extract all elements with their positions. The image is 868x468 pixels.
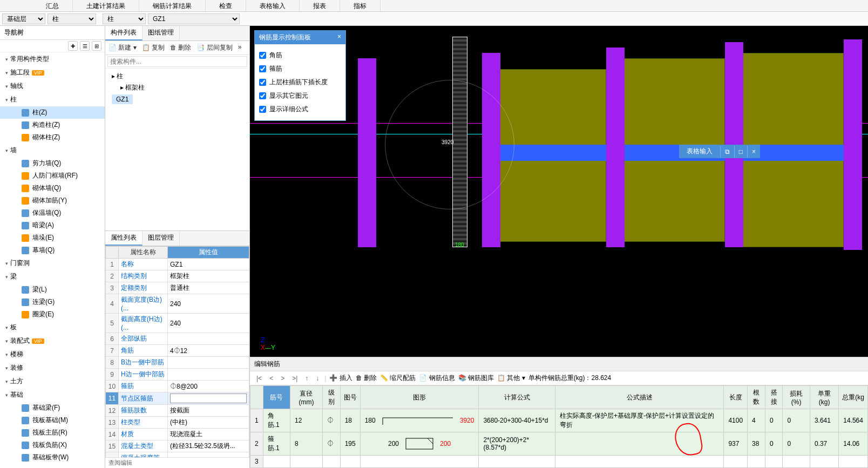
- rebar-row[interactable]: 2箍筋.18⏀1952002002*(200+200)+2*(8.57*d)93…: [250, 432, 868, 456]
- property-row[interactable]: 15混凝土类型(粒径31.5砼32.5级坍...: [106, 440, 249, 452]
- property-row[interactable]: 4截面宽度(B边)(...240: [106, 294, 249, 314]
- menu-table-input[interactable]: 表格输入: [246, 0, 300, 11]
- new-button[interactable]: 📄 新建 ▾: [109, 43, 137, 52]
- property-row[interactable]: 9H边一侧中部筋: [106, 369, 249, 381]
- delete-row-button[interactable]: 🗑 删除: [356, 374, 377, 383]
- nav-item[interactable]: 梁(L): [0, 283, 105, 296]
- search-input[interactable]: [107, 56, 247, 67]
- delete-button[interactable]: 🗑 删除: [170, 43, 191, 52]
- nav-group[interactable]: ▾轴线: [0, 79, 105, 93]
- tab-drawing-mgmt[interactable]: 图纸管理: [143, 26, 180, 40]
- tab-layer-mgmt[interactable]: 图层管理: [143, 231, 180, 246]
- nav-group[interactable]: ▾墙: [0, 144, 105, 157]
- nav-item[interactable]: 人防门框墙(RF): [0, 169, 105, 182]
- property-row[interactable]: 2结构类别框架柱: [106, 270, 249, 282]
- nav-group[interactable]: ▾门窗洞: [0, 256, 105, 270]
- copy-button[interactable]: 📋 复制: [142, 43, 165, 52]
- floor-select[interactable]: 基础层: [2, 13, 45, 24]
- tree-sub[interactable]: ▸ 框架柱: [110, 82, 245, 93]
- instance-select[interactable]: GZ1: [148, 13, 240, 24]
- nav-item[interactable]: 柱(Z): [0, 106, 105, 119]
- property-row[interactable]: 5截面高度(H边)(...240: [106, 314, 249, 333]
- nav-group[interactable]: ▾基础: [0, 388, 105, 402]
- up-icon[interactable]: ↑: [303, 375, 310, 382]
- nav-group[interactable]: ▾装修: [0, 361, 105, 375]
- expand-all-icon[interactable]: ✚: [68, 41, 78, 51]
- nav-item[interactable]: 砌体墙(Q): [0, 182, 105, 194]
- nav-item[interactable]: 砌体加筋(Y): [0, 194, 105, 207]
- property-row[interactable]: 7角筋4⏀12: [106, 345, 249, 357]
- down-icon[interactable]: ↓: [314, 375, 321, 382]
- property-row[interactable]: 13柱类型(中柱): [106, 417, 249, 429]
- type-select[interactable]: 柱: [103, 13, 146, 24]
- nav-item[interactable]: 构造柱(Z): [0, 119, 105, 131]
- other-button[interactable]: 📋 其他 ▾: [497, 374, 525, 383]
- rebar-lib-button[interactable]: 📚 钢筋图库: [458, 374, 494, 383]
- insert-button[interactable]: ➕ 插入: [329, 374, 352, 383]
- nav-group[interactable]: ▾常用构件类型: [0, 52, 105, 66]
- rebar-row[interactable]: 1角筋.112⏀1818039203680-20+300-40+15*d柱实际高…: [250, 409, 868, 432]
- rebar-display-option[interactable]: 箍筋: [259, 62, 341, 76]
- property-row[interactable]: 11节点区箍筋: [106, 392, 249, 405]
- tab-properties[interactable]: 属性列表: [105, 231, 143, 246]
- menu-check[interactable]: 检查: [206, 0, 246, 11]
- nav-group[interactable]: ▾施工段VIP: [0, 66, 105, 79]
- rebar-display-option[interactable]: 显示其它图元: [259, 89, 341, 103]
- property-row[interactable]: 3定额类别普通柱: [106, 282, 249, 294]
- menu-rebar[interactable]: 钢筋计算结果: [139, 0, 206, 11]
- rebar-info-button[interactable]: 📄 钢筋信息: [419, 374, 455, 383]
- nav-item[interactable]: 圈梁(E): [0, 308, 105, 321]
- nav-item[interactable]: 连梁(G): [0, 296, 105, 308]
- nav-item[interactable]: 筏板主筋(R): [0, 426, 105, 439]
- 3d-viewport[interactable]: 3920 180 钢筋显示控制面板 × 角筋 箍筋 上层柱插筋下插长度 显示其它…: [250, 26, 868, 357]
- tab-component-list[interactable]: 构件列表: [105, 26, 143, 40]
- nav-group[interactable]: ▾楼梯: [0, 348, 105, 361]
- nav-item[interactable]: 暗梁(A): [0, 219, 105, 232]
- menu-report[interactable]: 报表: [300, 0, 340, 11]
- nav-item[interactable]: 墙垛(E): [0, 232, 105, 244]
- nav-prev-icon[interactable]: <: [267, 375, 275, 382]
- rebar-display-option[interactable]: 上层柱插筋下插长度: [259, 76, 341, 89]
- menu-civil[interactable]: 土建计算结果: [73, 0, 139, 11]
- property-row[interactable]: 10箍筋⏀8@200: [106, 381, 249, 392]
- category-select[interactable]: 柱: [48, 13, 96, 24]
- nav-last-icon[interactable]: >|: [290, 375, 300, 382]
- view-list-icon[interactable]: ☰: [80, 41, 90, 51]
- property-row[interactable]: 8B边一侧中部筋: [106, 357, 249, 369]
- restore-icon[interactable]: ⧉: [720, 146, 734, 158]
- rebar-row-empty[interactable]: 3: [250, 456, 868, 468]
- nav-group[interactable]: ▾土方: [0, 375, 105, 388]
- close-icon[interactable]: ×: [747, 146, 760, 158]
- close-icon[interactable]: ×: [337, 33, 341, 42]
- property-row[interactable]: 16混凝土强度等级(C30): [106, 452, 249, 458]
- property-row[interactable]: 14材质现浇混凝土: [106, 429, 249, 440]
- nav-group[interactable]: ▾柱: [0, 93, 105, 106]
- nav-item[interactable]: 剪力墙(Q): [0, 157, 105, 169]
- nav-item[interactable]: 基础梁(F): [0, 402, 105, 414]
- nav-item[interactable]: 保温墙(Q): [0, 207, 105, 219]
- scale-rebar-button[interactable]: 📏 缩尺配筋: [380, 374, 416, 383]
- tree-leaf-gz1[interactable]: GZ1: [112, 94, 133, 104]
- property-row[interactable]: 1名称GZ1: [106, 259, 249, 270]
- nav-group[interactable]: ▾装配式VIP: [0, 334, 105, 348]
- nav-group[interactable]: ▾梁: [0, 270, 105, 283]
- nav-item[interactable]: 砌体柱(Z): [0, 131, 105, 144]
- view-grid-icon[interactable]: ⊞: [92, 41, 101, 51]
- nav-item[interactable]: 筏板负筋(X): [0, 439, 105, 451]
- menu-summary[interactable]: 汇总: [32, 0, 73, 11]
- property-row[interactable]: 6全部纵筋: [106, 333, 249, 345]
- nav-next-icon[interactable]: >: [279, 375, 287, 382]
- nav-item[interactable]: 幕墙(Q): [0, 244, 105, 256]
- rebar-display-option[interactable]: 角筋: [259, 49, 341, 62]
- nav-first-icon[interactable]: |<: [254, 375, 264, 382]
- nav-item[interactable]: 基础板带(W): [0, 451, 105, 464]
- property-row[interactable]: 12箍筋肢数按截面: [106, 405, 249, 417]
- table-input-window[interactable]: 表格输入 ⧉ □ ×: [679, 145, 760, 158]
- more-icon[interactable]: »: [238, 43, 242, 52]
- menu-index[interactable]: 指标: [340, 0, 381, 11]
- nav-item[interactable]: 筏板基础(M): [0, 414, 105, 426]
- maximize-icon[interactable]: □: [734, 146, 747, 158]
- rebar-display-option[interactable]: 显示详细公式: [259, 103, 341, 116]
- layer-copy-button[interactable]: 📑 层间复制: [196, 43, 232, 52]
- nav-group[interactable]: ▾板: [0, 321, 105, 334]
